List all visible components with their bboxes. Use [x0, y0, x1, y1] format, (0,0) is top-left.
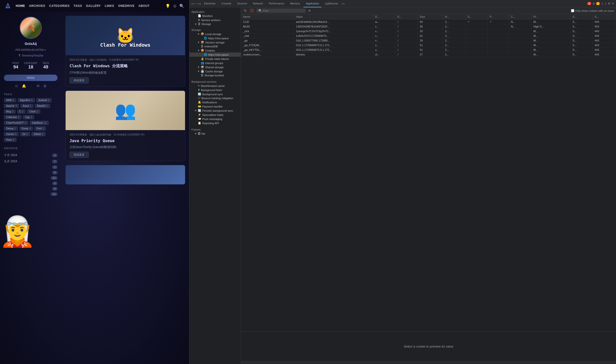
nav-home[interactable]: HOME: [16, 4, 25, 8]
bilibili-button[interactable]: Bilibili: [4, 75, 57, 81]
col-priority[interactable]: Pr...: [531, 14, 570, 19]
search-icon[interactable]: 🔍: [179, 4, 184, 8]
tag-item[interactable]: DataBase11: [30, 121, 49, 125]
tab-application[interactable]: Application: [303, 0, 322, 7]
col-expiry[interactable]: E...: [396, 14, 418, 19]
archive-item[interactable]: 8: [4, 170, 57, 175]
table-row[interactable]: _ga_HKYTDL... GS1.1.1729069673.9.1.172..…: [241, 48, 616, 52]
tree-reporting-api[interactable]: 📋 Reporting API: [189, 121, 241, 125]
tag-item[interactable]: Blog3: [4, 109, 16, 114]
col-size[interactable]: Size: [418, 14, 443, 19]
tree-back-forward[interactable]: ↩ Back/forward cache: [189, 84, 241, 88]
nav-onedrive[interactable]: ONEDRIVE: [118, 4, 135, 8]
col-domain[interactable]: D...: [373, 14, 396, 19]
tree-service-workers[interactable]: ⚙ Service workers: [189, 18, 241, 22]
site-logo[interactable]: [5, 3, 11, 9]
tag-item[interactable]: Hexo3: [4, 138, 16, 142]
table-row[interactable]: cookieconsen... dismiss vl... / 27 2... …: [241, 52, 616, 57]
tree-frame-top[interactable]: 🖼 top: [189, 132, 241, 135]
tree-notifications[interactable]: 🔔 Notifications: [189, 100, 241, 104]
refresh-icon[interactable]: ↻: [243, 8, 248, 13]
tree-bg-sync[interactable]: 🔄 Background sync: [189, 92, 241, 96]
tree-bounce-tracking[interactable]: 🛡 Bounce tracking mitigation: [189, 96, 241, 100]
col-secure[interactable]: S...: [466, 14, 488, 19]
tree-payment-handler[interactable]: 💳 Payment handler: [189, 104, 241, 108]
nav-about[interactable]: ABOUT: [139, 4, 150, 8]
tag-item[interactable]: Debug1: [4, 126, 18, 131]
nav-gallery[interactable]: GALLERY: [86, 4, 101, 8]
tree-periodic-bg-sync[interactable]: 🔄 Periodic background sync: [189, 108, 241, 113]
filter-input[interactable]: [263, 9, 304, 12]
table-row[interactable]: _ga_FYDQW... GS1.1.1729069673.9.1.172...…: [241, 43, 616, 48]
archive-item[interactable]: 8: [4, 181, 57, 186]
tag-item[interactable]: Android2: [36, 98, 52, 102]
clear-icon[interactable]: 🚫: [249, 8, 255, 13]
tree-bg-fetch[interactable]: ⬇ Background fetch: [189, 88, 241, 92]
tree-ls-origin[interactable]: 🌐 https://vluv.space: [189, 36, 241, 40]
nav-categories[interactable]: CATEGORIES: [49, 4, 70, 8]
tag-item[interactable]: Github1: [31, 132, 45, 136]
tab-console[interactable]: Console: [219, 0, 234, 7]
delete-icon[interactable]: ✕: [307, 8, 312, 13]
tag-item[interactable]: Base641: [35, 104, 50, 108]
archive-item[interactable]: 九月 20247: [4, 158, 57, 164]
table-row[interactable]: MUID 130D3428B7B1645F2E5F... c... / 36 2…: [241, 24, 616, 29]
col-samesite[interactable]: C...: [509, 14, 531, 19]
tag-item[interactable]: Cpp1: [23, 115, 34, 119]
tree-cookies[interactable]: 🍪 Cookies: [189, 48, 241, 53]
close-devtools-icon[interactable]: ✕: [612, 2, 614, 5]
tab-sources[interactable]: Sources: [235, 0, 249, 7]
tag-item[interactable]: Asoul1: [20, 104, 33, 108]
post-title-1[interactable]: Clash For Windows 分流策略: [70, 64, 181, 69]
col-path[interactable]: P...: [488, 14, 509, 19]
tag-item[interactable]: Games5: [4, 132, 19, 136]
rss-icon[interactable]: ⊞: [43, 84, 46, 88]
read-more-1[interactable]: 阅读更多: [70, 77, 89, 83]
only-show-checkbox[interactable]: [571, 9, 574, 12]
nav-archives[interactable]: ARCHIVES: [29, 4, 45, 8]
tab-memory[interactable]: Memory: [288, 0, 302, 7]
archive-item[interactable]: 十月 20243: [4, 152, 57, 158]
github-social-icon[interactable]: ⊙: [15, 84, 18, 88]
col-name[interactable]: Name: [241, 14, 294, 19]
table-row[interactable]: CLID ae0364d836c24b1ffbb3c5... w... / 54…: [241, 19, 616, 24]
more-tabs-icon[interactable]: >>: [342, 2, 345, 5]
tab-network[interactable]: Network: [251, 0, 265, 7]
tree-manifest[interactable]: 📄 Manifest: [189, 14, 241, 18]
tag-item[interactable]: ARM5: [4, 98, 16, 102]
col-httponly[interactable]: H...: [443, 14, 466, 19]
tree-local-storage[interactable]: 📦 Local storage: [189, 32, 241, 36]
devtools-forward-icon[interactable]: ⟶: [197, 2, 201, 5]
table-row[interactable]: _ga GA1.1.836577060.172880... v... / 29 …: [241, 38, 616, 43]
github-icon[interactable]: ⊙: [173, 4, 176, 8]
post-title-2[interactable]: Java Priority Queue: [70, 138, 181, 143]
archive-item[interactable]: 2: [4, 164, 57, 170]
tag-item[interactable]: Essay4: [19, 126, 33, 131]
tag-item[interactable]: C2: [17, 109, 26, 114]
table-row[interactable]: _clsk 1vfb4z3%7C1729069679... v... / 61 …: [241, 34, 616, 38]
devtools-back-icon[interactable]: ⟵: [191, 2, 196, 5]
archive-item[interactable]: 19: [4, 191, 57, 197]
tree-cache-storage[interactable]: 💾 Cache storage: [189, 69, 241, 73]
tree-storage-buckets[interactable]: 🗄 Storage buckets: [189, 73, 241, 77]
tag-item[interactable]: Apache3: [4, 104, 19, 108]
tree-shared-storage[interactable]: 📦 Shared storage: [189, 65, 241, 69]
table-scrollbar[interactable]: [241, 361, 616, 364]
archive-item[interactable]: 8: [4, 186, 57, 191]
tag-item[interactable]: Clash2: [27, 109, 40, 114]
nav-links-item[interactable]: LINKS: [105, 4, 114, 8]
archive-item[interactable]: 10: [4, 175, 57, 181]
tree-storage[interactable]: 🗄 Storage: [189, 22, 241, 26]
read-more-2[interactable]: 阅读更多: [70, 152, 89, 158]
tree-cookies-origin[interactable]: 🌐 https://vluv.space: [189, 53, 241, 57]
bulb-icon[interactable]: 💡: [165, 4, 170, 8]
tree-session-storage[interactable]: 📦 Session storage: [189, 40, 241, 44]
tag-item[interactable]: Font1: [34, 126, 46, 131]
tree-interest-groups[interactable]: 👥 Interest groups: [189, 61, 241, 65]
tag-item[interactable]: Algorithm5: [18, 98, 35, 102]
tree-private-state[interactable]: 🔒 Private state tokens: [189, 57, 241, 61]
tab-elements[interactable]: Elements: [202, 0, 218, 7]
tag-item[interactable]: Git3: [20, 132, 30, 136]
email-icon[interactable]: ✉: [37, 84, 40, 88]
tab-lighthouse[interactable]: Lighthouse: [322, 0, 341, 7]
